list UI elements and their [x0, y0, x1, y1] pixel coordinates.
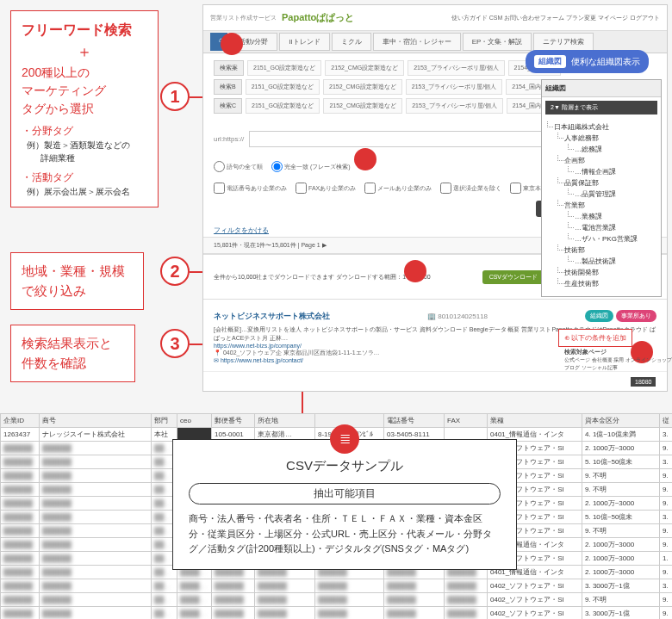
csv-h-emp: 従 [660, 414, 673, 428]
overlay-body: 商号・法人番号・代表者名・住所・ＴＥＬ・ＦＡＸ・業種・資本金区分・従業員区分・上… [189, 511, 501, 557]
search-row-c-c3[interactable]: 2153_プライバシーポリ屋/個人 [406, 98, 502, 114]
csv-h-id: 企業ID [1, 414, 40, 428]
org-node[interactable]: …品質管理課 [575, 189, 656, 200]
anno1-line1: フリーワード検索 [22, 20, 147, 40]
add-condition-button[interactable]: ⊕ 以下の条件を追加 [558, 329, 632, 347]
search-row-c-label: 検索C [214, 98, 242, 114]
org-node[interactable]: 生産技術部 [564, 278, 656, 289]
csv-row-blur: ████████████████████████████████████████… [1, 579, 673, 593]
org-node[interactable]: 営業部 [564, 200, 656, 211]
tab-3[interactable]: 車中・宿泊・レジャー [373, 33, 461, 51]
step-number-1: 1 [160, 82, 190, 111]
radio-all-words[interactable]: 語句の全て順 [214, 158, 263, 176]
highlight-dot-1 [221, 33, 243, 55]
csv-row-blur: ████████████████████████████████████████… [1, 593, 673, 607]
highlight-dot-2 [354, 148, 376, 170]
anno3-line2: 件数を確認 [22, 356, 86, 370]
page-count: 18080 [631, 377, 656, 387]
anno2-line1: 地域・業種・規模 [22, 263, 125, 278]
step-number-2: 2 [160, 257, 190, 286]
search-row-c-c2[interactable]: 2152_CMG設定製造など [323, 98, 402, 114]
csv-h-tel: 電話番号 [384, 414, 445, 428]
tab-4[interactable]: EP・文集・解説 [463, 33, 532, 51]
org-node[interactable]: …情報企画課 [575, 166, 656, 177]
org-root[interactable]: 日本組織株式会社 [554, 121, 656, 133]
annotation-2: 地域・業種・規模 で絞り込み [10, 252, 144, 310]
org-node[interactable]: 人事総務部 [564, 133, 656, 144]
org-node[interactable]: …業務課 [575, 211, 656, 222]
org-node[interactable]: …総務課 [575, 144, 656, 155]
annotation-3: 検索結果表示と 件数を確認 [10, 325, 135, 382]
step-number-3: 3 [160, 329, 190, 358]
chk-mail[interactable]: メールあり企業のみ [364, 183, 432, 194]
csv-h-zip: 郵便番号 [212, 414, 255, 428]
dl-range-text: 全件から10,000社までダウンロードできます ダウンロードする範囲：1〜10,… [214, 273, 431, 282]
service-tagline: 営業リスト作成サービス [210, 14, 277, 22]
csv-h-ind: 業種 [488, 414, 582, 428]
result-corp-no: 🏢 8010124025118 [427, 313, 488, 320]
overlay-title: CSVデータサンプル [189, 455, 501, 476]
anno1-ex1b: 詳細業種 [40, 152, 147, 164]
anno1-line2b: マーケティング [22, 84, 106, 97]
app-header: 営業リスト作成サービス Papattoぱぱっと 使い方ガイド CSM お問い合わ… [203, 5, 667, 31]
org-callout-text: 便利な組織図表示 [571, 56, 640, 68]
pager-text: 15,801件・現在1件〜15,801件 | Page 1 ▶ [214, 241, 327, 250]
overlay-pill: 抽出可能項目 [189, 483, 501, 504]
csv-h-fax: FAX [445, 414, 488, 428]
radio-phrase[interactable]: 完全一致 (フレーズ検索) [271, 158, 351, 176]
target-page-label: 検索対象ページ 公式ページ 会社概要 採用 オンラインショップ ブログ ソーシャ… [564, 348, 672, 372]
tab-2[interactable]: ミクル [332, 33, 371, 51]
anno1-bullet1: ・分野タグ [22, 123, 147, 139]
result-title[interactable]: ネットビジネスサポート株式会社 [214, 311, 330, 322]
org-node[interactable]: 品質保証部 [564, 177, 656, 189]
document-icon: ≣ [330, 424, 359, 454]
app-logo: Papattoぱぱっと [282, 11, 354, 24]
org-node[interactable]: …電池営業課 [575, 222, 656, 233]
org-callout-bubble: 組織図 便利な組織図表示 [526, 50, 649, 73]
csv-header-row: 企業ID 商号 部門 ceo 郵便番号 所在地 電話番号 FAX 業種 資本金区… [1, 414, 673, 428]
csv-sample-overlay: ≣ CSVデータサンプル 抽出可能項目 商号・法人番号・代表者名・住所・ＴＥＬ・… [172, 439, 517, 570]
search-row-a-c1[interactable]: 2151_GO設定製造など [247, 60, 321, 76]
chip-org[interactable]: 組織図 [585, 310, 613, 322]
org-tree-panel: 組織図 2▼ 階層まで表示 日本組織株式会社 人事総務部 …総務課 企画部 …情… [541, 79, 662, 297]
chk-tel[interactable]: 電話番号あり企業のみ [214, 183, 287, 194]
search-row-a-c2[interactable]: 2152_CMG設定製造など [325, 60, 404, 76]
chip-office[interactable]: 事業所あり [616, 310, 656, 322]
search-row-b-c3[interactable]: 2153_プライバシーポリ屋/個人 [406, 79, 502, 95]
search-row-a-label: 検索案 [214, 60, 244, 76]
chk-exclude-selected[interactable]: 選択済企業を除く [440, 183, 501, 194]
highlight-dot-3 [404, 260, 426, 282]
org-node[interactable]: 技術開発部 [564, 267, 656, 278]
org-node[interactable]: 企画部 [564, 155, 656, 166]
chk-fax[interactable]: FAXあり企業のみ [296, 183, 356, 194]
csv-download-button[interactable]: CSVダウンロード [482, 270, 544, 284]
search-row-b-label: 検索B [214, 79, 242, 95]
anno1-plus: ＋ [22, 40, 147, 64]
search-row-c-c1[interactable]: 2151_GO設定製造など [246, 98, 320, 114]
org-depth-select[interactable]: 2▼ 階層まで表示 [545, 101, 657, 115]
search-row-b-c1[interactable]: 2151_GO設定製造など [246, 79, 320, 95]
anno1-ex2: 例）展示会出展＞展示会名 [27, 185, 147, 198]
org-node[interactable]: 技術部 [564, 245, 656, 256]
csv-h-ceo: ceo [177, 414, 212, 428]
header-links[interactable]: 使い方ガイド CSM お問い合わせフォーム プラン変更 マイページ ログアウト [451, 14, 660, 22]
search-row-a-c3[interactable]: 2153_プライバシーポリ屋/個人 [408, 60, 504, 76]
csv-h-cap: 資本金区分 [582, 414, 660, 428]
org-panel-title: 組織図 [542, 80, 661, 97]
csv-h-dept: 部門 [152, 414, 177, 428]
anno1-line2c: タグから選択 [22, 102, 94, 115]
search-row-b-c2[interactable]: 2152_CMG設定製造など [323, 79, 402, 95]
csv-h-addr: 所在地 [255, 414, 315, 428]
anno1-bullet2: ・活動タグ [22, 170, 147, 185]
org-node[interactable]: …ザハ・PKG営業課 [575, 233, 656, 245]
anno1-line2a: 200種以上の [22, 65, 90, 79]
org-callout-tag: 組織図 [534, 55, 566, 68]
csv-row-blur: ████████████████████████████████████████… [1, 607, 673, 620]
csv-h-name: 商号 [40, 414, 152, 428]
tab-5[interactable]: ニテリア検索 [533, 33, 594, 51]
anno3-line1: 検索結果表示と [22, 336, 112, 350]
tab-1[interactable]: IIトレンド [279, 33, 329, 51]
anno2-line2: で絞り込み [22, 283, 86, 298]
annotation-1: フリーワード検索 ＋ 200種以上の マーケティング タグから選択 ・分野タグ … [10, 10, 159, 207]
org-node[interactable]: …製品技術課 [575, 256, 656, 267]
